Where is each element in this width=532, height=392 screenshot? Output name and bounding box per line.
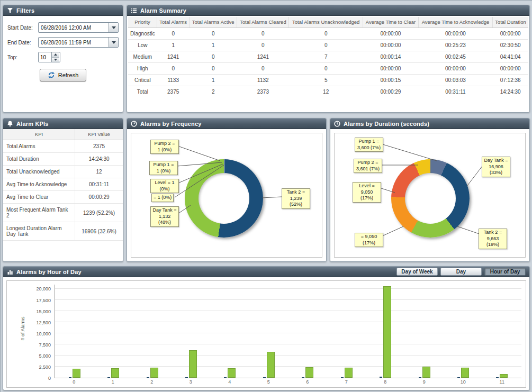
bar-series1 <box>341 377 344 378</box>
x-tick-label: 9 <box>405 379 444 387</box>
table-row: Avg Time to Clear00:00:29 <box>3 191 123 204</box>
cell: Total Alarms <box>3 140 75 153</box>
alarm-summary-table: PriorityTotal AlarmsTotal Alarms ActiveT… <box>128 17 528 97</box>
callout-line <box>457 226 479 234</box>
x-tick-label: 10 <box>444 379 483 387</box>
header-row: PriorityTotal AlarmsTotal Alarms ActiveT… <box>128 17 528 28</box>
cell: Total Unacknowledged <box>3 166 75 178</box>
table-row: Total2375223731200:00:2900:31:1114:24:30 <box>128 86 528 98</box>
cell: 2375 <box>75 140 123 153</box>
day-button[interactable]: Day <box>440 268 482 276</box>
end-date-dropdown-button[interactable] <box>109 38 118 47</box>
bar-series1 <box>380 377 382 378</box>
panel-title: Alarm KPIs <box>16 121 49 127</box>
panel-title: Alarms by Hour of Day <box>16 269 82 275</box>
y-tick-label: 15,000 <box>36 309 51 314</box>
clock-icon <box>334 121 340 127</box>
cell: 1 <box>190 75 237 86</box>
x-tick-label: 1 <box>94 379 133 387</box>
bar-series1 <box>263 377 266 378</box>
cell: 1241 <box>237 51 289 63</box>
table-row: Low110000:00:0000:25:2302:30:50 <box>128 40 528 51</box>
cell: Critical <box>128 75 157 86</box>
y-axis-title: # of Alarms <box>20 317 25 341</box>
bar-series1 <box>69 377 71 378</box>
day-of-week-button[interactable]: Day of Week <box>396 268 438 276</box>
table-row: Total Duration14:24:30 <box>3 153 123 166</box>
callout-line <box>178 205 191 214</box>
callout-level: Level = 9,050 (17%) <box>353 182 381 203</box>
bar-group <box>94 285 132 378</box>
cell: 12 <box>75 166 123 178</box>
bar-series2 <box>305 367 313 378</box>
list-icon <box>131 7 137 14</box>
cell: 14:24:30 <box>75 153 123 166</box>
alarms-by-hour-panel: Alarms by Hour of Day Day of Week Day Ho… <box>3 266 530 390</box>
top-increment-button[interactable] <box>52 52 59 57</box>
alarm-kpis-table: KPIKPI ValueTotal Alarms2375Total Durati… <box>3 129 123 241</box>
cell: 7 <box>289 51 363 63</box>
cell: 1239 (52.2%) <box>75 204 123 222</box>
callout-line <box>467 166 482 186</box>
table-row: Total Unacknowledged12 <box>3 166 123 178</box>
start-date-dropdown-button[interactable] <box>109 23 118 32</box>
top-input[interactable] <box>39 52 51 62</box>
callout-pump2: Pump 2 = 3,601 (7%) <box>354 159 382 173</box>
callout-pump2: Pump 2 = 1 (0%) <box>150 140 179 154</box>
cell: 0 <box>289 63 363 75</box>
start-date-row: Start Date: <box>7 22 119 33</box>
cell: 0 <box>237 63 289 75</box>
bar-series2 <box>111 368 119 378</box>
bar-group <box>405 285 444 378</box>
top-decrement-button[interactable] <box>52 57 59 62</box>
top-row: Top: <box>7 52 119 62</box>
bar-group <box>55 285 94 378</box>
callout-line <box>178 146 220 161</box>
bar-series1 <box>147 377 149 378</box>
end-date-input[interactable] <box>39 38 109 47</box>
bar-series2 <box>383 286 391 378</box>
hour-of-day-button[interactable]: Hour of Day <box>484 268 526 276</box>
filter-icon <box>7 7 13 14</box>
column-header: Average Time to Clear <box>363 17 418 28</box>
callout-line <box>262 197 282 198</box>
duration-chart-area: Pump 1 = 3,600 (7%) Pump 2 = 3,601 (7%) … <box>334 133 526 258</box>
x-tick-label: 7 <box>327 379 366 387</box>
cell: 00:03:03 <box>419 75 493 86</box>
bar-group <box>288 285 327 378</box>
cell: 0 <box>157 28 190 40</box>
bar-series1 <box>302 377 304 378</box>
cell: 14:24:30 <box>492 86 528 98</box>
cell: 00:00:29 <box>363 86 418 98</box>
chevron-down-icon <box>112 26 116 29</box>
cell: 00:02:45 <box>419 51 493 63</box>
end-date-row: End Date: <box>7 37 119 48</box>
table-row: Most Frequent Alarm Tank 21239 (52.2%) <box>3 204 123 222</box>
column-header: Total Alarms Unacknowledged <box>289 17 363 28</box>
cell: 12 <box>289 86 363 98</box>
cell: 0 <box>289 40 363 51</box>
bar-series2 <box>73 369 80 378</box>
y-tick-label: 17,500 <box>36 298 51 303</box>
alarms-by-hour-header: Alarms by Hour of Day Day of Week Day Ho… <box>3 267 529 277</box>
bar-series2 <box>500 374 508 378</box>
column-header: Total Alarms <box>157 17 190 28</box>
bar-series1 <box>419 377 421 378</box>
cell: 1133 <box>157 75 190 86</box>
end-date-label: End Date: <box>7 40 38 45</box>
column-header: Priority <box>128 17 157 28</box>
x-tick-label: 3 <box>172 379 211 387</box>
top-spinner <box>38 52 60 62</box>
start-date-input[interactable] <box>39 23 109 32</box>
refresh-button[interactable]: Refresh <box>40 69 87 81</box>
cell: 00:00:00 <box>492 63 528 75</box>
bar-group <box>211 285 249 378</box>
start-date-label: Start Date: <box>7 25 38 31</box>
bar-series1 <box>224 377 227 378</box>
x-tick-label: 4 <box>210 379 249 387</box>
refresh-button-label: Refresh <box>58 72 79 78</box>
cell: 0 <box>237 28 289 40</box>
callout-tank2: Tank 2 = 9,663 (19%) <box>479 229 507 249</box>
cell: 00:31:11 <box>75 178 123 191</box>
alarms-by-duration-panel: Alarms by Duration (seconds) Pump 1 = 3,… <box>330 118 530 262</box>
